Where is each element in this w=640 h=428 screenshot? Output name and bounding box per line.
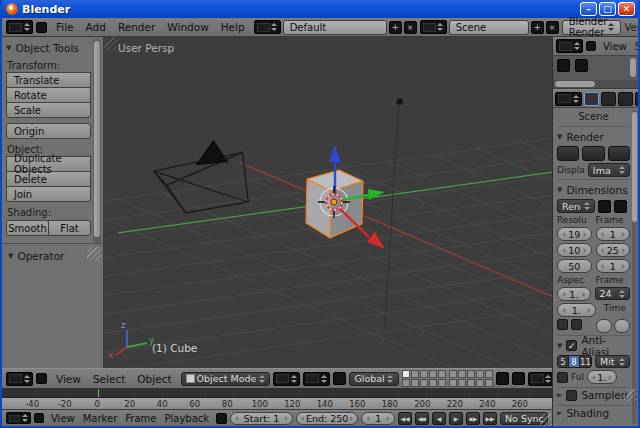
tool-button[interactable]: Smooth — [6, 220, 49, 236]
scene-field[interactable]: Scene — [449, 20, 529, 35]
aa-samples-8-button[interactable]: 8 — [569, 356, 580, 367]
header-menu-icon[interactable] — [36, 373, 47, 384]
render-engine-dropdown[interactable]: Blender Render — [562, 20, 622, 35]
layer-toggle[interactable] — [402, 370, 410, 378]
increment-arrow-icon[interactable]: › — [582, 244, 588, 256]
time-remap-old-field[interactable] — [596, 319, 612, 333]
shelf-scrollbar[interactable] — [94, 41, 100, 237]
panel-resize-grip[interactable] — [87, 247, 101, 261]
aa-filter-dropdown[interactable]: Mit — [595, 355, 630, 368]
editor-corner-grip[interactable] — [540, 414, 552, 426]
origin-button[interactable]: Origin — [6, 123, 91, 139]
frame-rate-dropdown[interactable]: 24 — [595, 287, 631, 300]
outliner-tree[interactable] — [553, 56, 638, 80]
orientation-dropdown[interactable]: Global — [349, 372, 398, 386]
increment-arrow-icon[interactable]: › — [582, 228, 588, 240]
layer-toggle[interactable] — [458, 370, 466, 378]
frame-end-field[interactable]: ‹ End: 250 › — [296, 412, 358, 425]
display-mode-dropdown[interactable]: Ima — [588, 163, 630, 177]
maximize-button[interactable]: □ — [599, 2, 616, 16]
layer-toggle[interactable] — [438, 370, 446, 378]
close-button[interactable]: ✕ — [618, 2, 635, 16]
increment-arrow-icon[interactable]: › — [283, 412, 289, 424]
outliner-vscrollbar[interactable] — [630, 58, 636, 77]
outliner-item-icon[interactable] — [557, 59, 570, 72]
aa-samples-5-button[interactable]: 5 — [558, 356, 569, 367]
aa-samples-11-button[interactable]: 11 — [580, 356, 591, 367]
anti-aliasing-checkbox[interactable]: ✓ — [566, 340, 577, 351]
layer-toggle[interactable] — [449, 370, 457, 378]
properties-tab-render[interactable] — [584, 92, 599, 106]
tool-button[interactable]: Scale — [6, 102, 91, 118]
tool-button[interactable]: Duplicate Objects — [6, 156, 91, 172]
frame-step-field[interactable]: ‹1› — [596, 259, 631, 273]
tool-button[interactable]: Flat — [48, 220, 91, 236]
add-preset-button[interactable] — [598, 200, 611, 213]
frame-start-field[interactable]: ‹1› — [596, 227, 631, 241]
header-menu-icon[interactable] — [586, 41, 596, 51]
layer-toggle[interactable] — [411, 379, 419, 387]
menu-item[interactable]: View — [599, 41, 631, 52]
layer-toggle[interactable] — [420, 370, 428, 378]
increment-arrow-icon[interactable]: › — [348, 412, 354, 424]
panel-header-shading[interactable]: ► Shading — [557, 405, 630, 420]
tool-button[interactable]: Translate — [6, 72, 91, 88]
menu-item[interactable]: Select — [87, 373, 131, 385]
menu-item[interactable]: S — [631, 41, 638, 52]
add-scene-button[interactable]: + — [531, 21, 544, 34]
menu-item[interactable]: Render — [112, 21, 161, 33]
screen-layout-browse-button[interactable] — [254, 20, 281, 34]
increment-arrow-icon[interactable]: › — [607, 371, 613, 383]
increment-arrow-icon[interactable]: › — [620, 244, 626, 256]
window-titlebar[interactable]: Blender – □ ✕ — [2, 0, 638, 18]
layer-toggle[interactable] — [420, 379, 428, 387]
layer-toggle[interactable] — [402, 379, 410, 387]
preview-range-icon[interactable] — [216, 413, 227, 424]
sampled-checkbox[interactable] — [566, 390, 577, 401]
editor-type-button[interactable] — [6, 412, 31, 424]
menu-item[interactable]: Playback — [160, 413, 213, 424]
aspect-x-field[interactable]: ‹1.› — [557, 287, 591, 301]
pivot-point-dropdown[interactable] — [303, 372, 330, 386]
menu-item[interactable]: Frame — [121, 413, 160, 424]
snap-element-dropdown[interactable] — [528, 372, 555, 386]
snap-magnet-button[interactable] — [512, 372, 525, 385]
viewport-3d[interactable]: User Persp (1) Cube z y x — [104, 37, 552, 368]
delete-layout-button[interactable]: ✕ — [404, 21, 417, 34]
layer-toggle[interactable] — [485, 379, 493, 387]
timeline-track[interactable] — [2, 389, 552, 398]
tool-button[interactable]: Rotate — [6, 87, 91, 103]
remove-preset-button[interactable] — [614, 200, 627, 213]
panel-header-render[interactable]: ▼ Render — [557, 129, 630, 144]
layer-toggle[interactable] — [429, 370, 437, 378]
frame-end-field[interactable]: ‹25› — [596, 243, 631, 257]
increment-arrow-icon[interactable]: › — [620, 228, 626, 240]
editor-type-button[interactable] — [6, 372, 33, 386]
timeline-ruler[interactable]: -40-200204060801001201401601802002202402… — [2, 398, 552, 410]
outliner-item-icon[interactable] — [575, 59, 588, 72]
lock-camera-button[interactable] — [496, 372, 509, 385]
editor-type-button[interactable] — [6, 20, 33, 34]
previous-keyframe-button[interactable]: ◀▪ — [415, 412, 429, 425]
layer-toggle[interactable] — [438, 379, 446, 387]
layer-toggle[interactable] — [467, 379, 475, 387]
menu-item[interactable]: Add — [80, 21, 112, 33]
properties-tab-object[interactable] — [635, 92, 638, 106]
resolution-percentage-field[interactable]: 50 — [557, 259, 592, 273]
properties-tab-scene[interactable] — [601, 92, 616, 106]
editor-type-button[interactable] — [556, 39, 583, 53]
header-menu-icon[interactable] — [34, 413, 44, 423]
resolution-x-field[interactable]: ‹19› — [557, 227, 592, 241]
increment-arrow-icon[interactable]: › — [581, 288, 587, 300]
panel-resize-grip[interactable] — [624, 389, 636, 401]
properties-tab-world[interactable] — [618, 92, 633, 106]
editor-corner-grip[interactable] — [104, 37, 118, 51]
menu-item[interactable]: View — [47, 413, 79, 424]
increment-arrow-icon[interactable]: › — [620, 260, 626, 272]
tool-button[interactable]: Join — [6, 186, 91, 202]
border-checkbox[interactable] — [557, 319, 568, 330]
current-frame-marker[interactable] — [98, 389, 99, 397]
jump-to-end-button[interactable]: ▶▶ — [483, 412, 497, 425]
panel-header-dimensions[interactable]: ▼ Dimensions — [557, 182, 630, 197]
layer-toggle[interactable] — [411, 370, 419, 378]
